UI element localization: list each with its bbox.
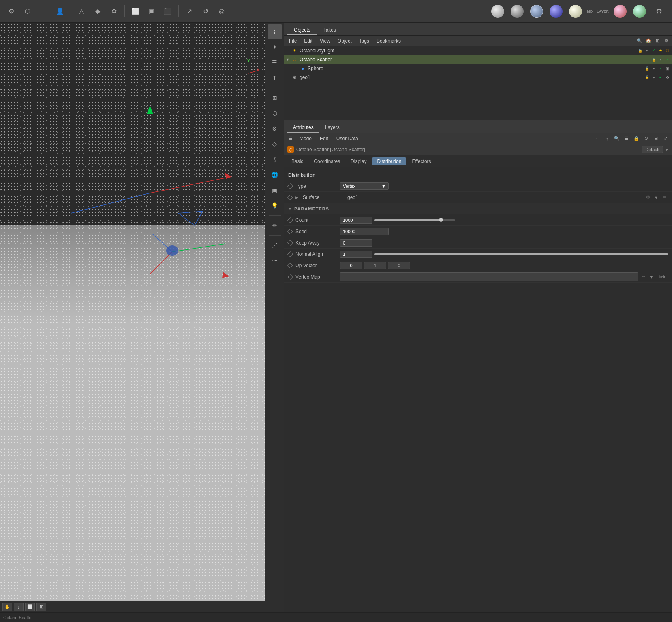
vertexmap-icon-2[interactable]: ▼	[648, 273, 655, 281]
home-icon[interactable]: 🏠	[644, 37, 653, 45]
side-icon-link[interactable]: ⟆	[268, 152, 282, 167]
toolbar-icon-2[interactable]: ☰	[36, 4, 51, 19]
obj-lock-icon-1[interactable]: 🔒	[637, 48, 643, 54]
side-icon-film[interactable]: ▣	[268, 183, 282, 197]
surface-dropdown-icon[interactable]: ▼	[653, 194, 660, 201]
attr-new-icon[interactable]: ⊞	[652, 135, 660, 143]
side-icon-points[interactable]: ⋰	[268, 238, 282, 253]
obj-row-daylight[interactable]: ☀ OctaneDayLight 🔒 ● ✓ ★ ⬡	[284, 46, 672, 55]
side-icon-list[interactable]: ☰	[268, 55, 282, 70]
obj-check-4[interactable]: ✓	[658, 75, 663, 80]
side-icon-globe[interactable]: 🌐	[268, 167, 282, 182]
obj-lock-icon-3[interactable]: 🔒	[644, 66, 650, 71]
toolbar-icon-4[interactable]: △	[74, 4, 89, 19]
toolbar-icon-1[interactable]: ⬡	[20, 4, 35, 19]
obj-expand-2[interactable]: ▼	[286, 58, 291, 62]
prop-tab-effectors[interactable]: Effectors	[407, 157, 436, 165]
attr-menu-edit[interactable]: Edit	[317, 135, 332, 142]
limit-toggle[interactable]: limit	[656, 273, 668, 281]
render-sphere-metal[interactable]	[508, 2, 526, 20]
vp-btn-max[interactable]: ⊞	[36, 603, 46, 611]
surface-edit-icon[interactable]: ✏	[661, 194, 668, 201]
upvector-y[interactable]	[364, 262, 386, 269]
attr-menu-icon[interactable]: ☰	[287, 135, 295, 143]
obj-dot-2[interactable]: ●	[658, 57, 663, 62]
obj-dot-1[interactable]: ●	[644, 48, 650, 54]
attr-up-icon[interactable]: ↑	[603, 135, 611, 143]
obj-tag-3[interactable]: ▣	[665, 66, 670, 71]
attr-expand-icon[interactable]: ⤢	[661, 135, 670, 143]
obj-lock-icon-4[interactable]: 🔒	[644, 75, 650, 80]
normalalign-slider[interactable]	[374, 253, 668, 255]
normalalign-input[interactable]	[340, 251, 372, 258]
render-sphere-mix[interactable]	[611, 2, 629, 20]
attr-menu-userdata[interactable]: User Data	[333, 135, 362, 142]
render-sphere-blue[interactable]	[547, 2, 565, 20]
attr-back-icon[interactable]: ←	[593, 135, 601, 143]
search-icon[interactable]: 🔍	[636, 37, 644, 45]
obj-dot-4[interactable]: ●	[651, 75, 657, 80]
obj-row-scatter[interactable]: ▼ ⬡ Octane Scatter 🔒 ● ✓	[284, 55, 672, 64]
toolbar-icon-6[interactable]: ✿	[107, 4, 121, 19]
count-input[interactable]	[340, 217, 372, 224]
new-window-icon[interactable]: ⊞	[653, 37, 661, 45]
toolbar-icon-8[interactable]: ▣	[144, 4, 159, 19]
obj-check-3[interactable]: ✓	[658, 66, 663, 71]
side-icon-text[interactable]: T	[268, 71, 282, 85]
obj-tag-1[interactable]: ★	[658, 48, 663, 54]
seed-input[interactable]	[340, 228, 389, 235]
obj-dot-3[interactable]: ●	[651, 66, 657, 71]
obj-check-2[interactable]: ✓	[665, 57, 670, 62]
menu-file[interactable]: File	[286, 37, 300, 45]
menu-tags[interactable]: Tags	[356, 37, 372, 45]
side-icon-gem[interactable]: ◇	[268, 137, 282, 151]
render-sphere-layer[interactable]	[631, 2, 648, 20]
settings-small-icon[interactable]: ⚙	[662, 37, 670, 45]
toolbar-icon-7[interactable]: ⬜	[128, 4, 143, 19]
prop-tab-distribution[interactable]: Distribution	[372, 157, 406, 165]
toolbar-icon-12[interactable]: ◎	[214, 4, 229, 19]
side-icon-light[interactable]: 💡	[268, 198, 282, 213]
side-icon-object[interactable]: ⬡	[268, 106, 282, 120]
vertexmap-icon-1[interactable]: ✏	[640, 273, 647, 281]
side-icon-gear[interactable]: ⚙	[268, 121, 282, 136]
type-dropdown[interactable]: Vertex ▼	[340, 182, 389, 190]
attr-link-icon[interactable]: ⊙	[642, 135, 650, 143]
render-sphere-white[interactable]	[567, 2, 584, 20]
obj-row-geo1[interactable]: ◉ geo1 🔒 ● ✓ ⚙	[284, 73, 672, 82]
prop-tab-coordinates[interactable]: Coordinates	[309, 157, 345, 165]
toolbar-icon-5[interactable]: ◆	[90, 4, 105, 19]
render-sphere-glass[interactable]	[528, 2, 546, 20]
attr-search-icon[interactable]: 🔍	[613, 135, 621, 143]
count-slider[interactable]	[374, 219, 455, 221]
vp-btn-frame[interactable]: ⬜	[25, 603, 35, 611]
vp-btn-down[interactable]: ↓	[14, 603, 24, 611]
obj-node-4[interactable]: ⚙	[665, 75, 670, 80]
toolbar-icon-10[interactable]: ↗	[182, 4, 197, 19]
render-sphere-grey[interactable]	[489, 2, 507, 20]
vertexmap-field[interactable]	[340, 272, 638, 281]
tab-takes[interactable]: Takes	[317, 26, 342, 35]
menu-object[interactable]: Object	[334, 37, 355, 45]
render-extra[interactable]: ⚙	[650, 2, 668, 20]
tab-layers[interactable]: Layers	[319, 123, 345, 133]
menu-bookmarks[interactable]: Bookmarks	[373, 37, 404, 45]
side-icon-move[interactable]: ✦	[268, 40, 282, 54]
obj-lock-icon-2[interactable]: 🔒	[651, 57, 657, 62]
tab-attributes[interactable]: Attributes	[287, 123, 319, 133]
side-icon-wave[interactable]: 〜	[268, 253, 282, 268]
menu-view[interactable]: View	[317, 37, 334, 45]
upvector-x[interactable]	[340, 262, 362, 269]
prop-tab-basic[interactable]: Basic	[287, 157, 308, 165]
menu-edit[interactable]: Edit	[301, 37, 316, 45]
upvector-z[interactable]	[388, 262, 410, 269]
attr-preset-dropdown[interactable]: Default	[642, 146, 663, 153]
surface-expand[interactable]: ▶	[295, 195, 301, 199]
obj-node-1[interactable]: ⬡	[665, 48, 670, 54]
surface-link-icon[interactable]: ⚙	[644, 194, 652, 201]
vp-btn-hand[interactable]: ✋	[2, 603, 12, 611]
toolbar-icon-3[interactable]: 👤	[53, 4, 67, 19]
obj-row-sphere[interactable]: ● Sphere 🔒 ● ✓ ▣	[284, 64, 672, 73]
attr-lock-icon[interactable]: 🔒	[632, 135, 640, 143]
toolbar-icon-11[interactable]: ↺	[198, 4, 213, 19]
